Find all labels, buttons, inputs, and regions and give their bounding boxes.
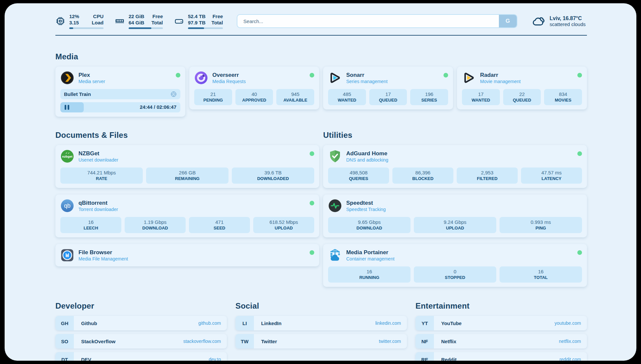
hardware-stat-disk: 52.4 TB97.9 TBFreeTotal [174, 13, 223, 29]
stat-value: 21 [196, 91, 231, 97]
stat-running: 16RUNNING [328, 266, 411, 283]
stat-value: 834 [545, 91, 581, 97]
weather-widget[interactable]: Lviv, 16.87°C scattered clouds [531, 15, 586, 28]
stat-ping: 0.993 msPING [500, 217, 582, 233]
link-twitter[interactable]: TWTwittertwitter.com [235, 334, 407, 349]
stat-label: RATE [62, 176, 141, 181]
app-subtitle: Speedtest Tracking [346, 206, 386, 212]
stat-value: 1.19 Gbps [126, 219, 184, 225]
plex-icon [60, 71, 74, 85]
link-abbr-badge: RE [415, 352, 434, 361]
app-name: qBittorrent [78, 199, 118, 206]
stat-approved: 40APPROVED [235, 89, 273, 105]
portainer-icon [328, 248, 342, 262]
link-abbr-badge: DT [55, 352, 74, 361]
utilities-card-stack: AdGuard HomeDNS and adblocking498,508QUE… [323, 145, 587, 287]
hw-progress-fill [188, 27, 204, 29]
stat-label: QUERIES [329, 176, 388, 181]
stat-label: TOTAL [501, 275, 581, 280]
app-card-radarr[interactable]: RadarrMovie management17WANTED22QUEUED83… [457, 67, 587, 109]
app-card-media-portainer[interactable]: Media PortainerContainer management16RUN… [323, 244, 587, 287]
stat-total: 16TOTAL [500, 266, 582, 283]
playback-time: 24:44 / 02:06:47 [140, 104, 176, 110]
cpu-icon [55, 16, 65, 26]
section-title-developer: Developer [55, 301, 227, 311]
link-netflix[interactable]: NFNetflixnetflix.com [415, 334, 587, 349]
stat-label: WANTED [329, 98, 365, 103]
stat-seed: 471SEED [189, 217, 250, 233]
stat-upload: 9.24 GbpsUPLOAD [414, 217, 496, 233]
app-card-sonarr[interactable]: SonarrSeries management485WANTED17QUEUED… [323, 67, 453, 109]
search-input[interactable] [237, 14, 517, 28]
playback-progress-bar[interactable]: 24:44 / 02:06:47 [60, 102, 180, 112]
app-name: Speedtest [346, 199, 386, 206]
section-utilities: Utilities AdGuard HomeDNS and adblocking… [323, 119, 587, 287]
app-card-overseerr[interactable]: OverseerrMedia Requests21PENDING40APPROV… [189, 67, 319, 109]
sonarr-icon [328, 71, 342, 85]
link-name: DEV [81, 357, 91, 361]
app-name: Radarr [480, 72, 521, 78]
stat-value: 618.52 Mbps [255, 219, 313, 225]
app-card-qbittorrent[interactable]: qbqBittorrentTorrent downloader16LEECH1.… [55, 195, 319, 237]
search-provider-button[interactable]: G [499, 15, 517, 27]
overseerr-icon [194, 71, 208, 85]
stat-filtered: 2,953FILTERED [457, 167, 518, 184]
status-dot-online [176, 73, 180, 77]
status-dot-online [577, 73, 582, 77]
stat-label: LATENCY [522, 176, 581, 181]
link-linkedin[interactable]: LILinkedInlinkedin.com [235, 316, 407, 330]
link-name: Github [81, 320, 97, 326]
stat-value: 744.21 Mbps [62, 170, 141, 175]
app-card-plex[interactable]: PlexMedia serverBullet Train24:44 / 02:0… [55, 67, 185, 117]
camera-icon [170, 91, 177, 97]
link-dev[interactable]: DTDEVdev.to [55, 352, 227, 361]
app-card-speedtest[interactable]: SpeedtestSpeedtest Tracking9.65 GbpsDOWN… [323, 195, 587, 237]
stat-value: 86,396 [394, 170, 452, 175]
stat-remaining: 266 GBREMAINING [146, 167, 229, 184]
hw-label-bottom: Load [92, 19, 104, 26]
link-url: github.com [198, 320, 227, 326]
stat-value: 40 [237, 91, 272, 97]
stat-label: STOPPED [415, 275, 495, 280]
link-youtube[interactable]: YTYouTubeyoutube.com [415, 316, 587, 330]
app-name: File Browser [78, 249, 128, 256]
hw-label-top: Free [211, 13, 223, 19]
stat-label: REMAINING [147, 176, 227, 181]
link-github[interactable]: GHGithubgithub.com [55, 316, 227, 330]
stat-label: DOWNLOAD [126, 226, 184, 230]
pause-icon[interactable] [65, 105, 69, 110]
now-playing-title: Bullet Train [64, 91, 91, 97]
stat-available: 945AVAILABLE [276, 89, 314, 105]
app-name: Plex [78, 72, 105, 78]
link-reddit[interactable]: RERedditreddit.com [415, 352, 587, 361]
app-name: Sonarr [346, 72, 387, 78]
app-card-file-browser[interactable]: File BrowserMedia File Management [55, 244, 319, 266]
stat-label: PING [501, 226, 581, 230]
link-stackoverflow[interactable]: SOStackOverflowstackoverflow.com [55, 334, 227, 349]
app-card-adguard-home[interactable]: AdGuard HomeDNS and adblocking498,508QUE… [323, 145, 587, 188]
link-abbr-badge: SO [55, 334, 74, 349]
status-dot-online [577, 250, 582, 255]
stat-value: 17 [371, 91, 406, 97]
stat-label: UPLOAD [255, 226, 313, 230]
hw-label-top: CPU [92, 13, 104, 19]
search-bar: G [237, 14, 517, 28]
hardware-stat-ram: 22 GiB64 GiBFreeTotal [115, 13, 163, 29]
svg-text:qb: qb [64, 202, 70, 209]
stat-value: 17 [463, 91, 499, 97]
stat-label: WANTED [463, 98, 499, 103]
status-dot-online [310, 73, 314, 77]
stat-download: 1.19 GbpsDOWNLOAD [125, 217, 186, 233]
section-documents: Documents & Files nzbgetNZBGetUsenet dow… [55, 119, 319, 287]
stat-value: 0 [415, 269, 495, 274]
qbittorrent-icon: qb [60, 199, 74, 213]
dashboard-frame: 12%3.15CPULoad22 GiB64 GiBFreeTotal52.4 … [5, 3, 636, 361]
stat-label: RUNNING [329, 275, 409, 280]
link-group-social: SocialLILinkedInlinkedin.comTWTwittertwi… [235, 301, 407, 361]
stat-pending: 21PENDING [194, 89, 232, 105]
stat-value: 945 [278, 91, 313, 97]
filebrowser-icon [60, 248, 74, 262]
hw-label-bottom: Total [211, 19, 223, 26]
app-card-nzbget[interactable]: nzbgetNZBGetUsenet downloader744.21 Mbps… [55, 145, 319, 188]
link-name: LinkedIn [261, 320, 282, 326]
